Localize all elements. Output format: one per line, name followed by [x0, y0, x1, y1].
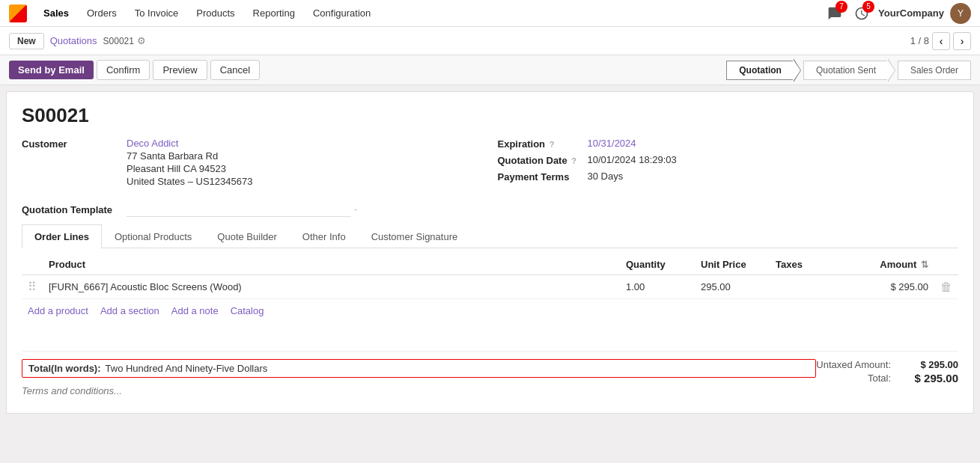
- expiration-field-row: Expiration ? 10/31/2024: [498, 138, 959, 150]
- new-button[interactable]: New: [9, 33, 44, 49]
- user-avatar[interactable]: Y: [950, 3, 971, 24]
- tab-quote-builder[interactable]: Quote Builder: [204, 224, 290, 248]
- table-row: ⠿ [FURN_6667] Acoustic Bloc Screens (Woo…: [22, 275, 958, 299]
- amount-sort-icon[interactable]: ⇅: [921, 260, 928, 270]
- row-taxes[interactable]: [770, 275, 830, 299]
- customer-label: Customer: [22, 138, 127, 150]
- col-amount: Amount ⇅: [859, 254, 934, 275]
- row-quantity[interactable]: 1.00: [620, 275, 695, 299]
- tab-other-info[interactable]: Other Info: [290, 224, 359, 248]
- nav-right: 7 5 YourCompany Y: [824, 3, 971, 24]
- expiration-value[interactable]: 10/31/2024: [588, 138, 636, 149]
- main-wrapper: S00021 Customer Deco Addict 77 Santa Bar…: [0, 85, 980, 462]
- content-card: S00021 Customer Deco Addict 77 Santa Bar…: [6, 91, 974, 414]
- template-input[interactable]: [127, 202, 351, 217]
- total-row: Total: $ 295.00: [816, 372, 958, 384]
- nav-orders[interactable]: Orders: [79, 4, 124, 22]
- col-taxes: Taxes: [770, 254, 830, 275]
- terms-input[interactable]: [22, 384, 816, 398]
- template-dropdown-icon[interactable]: -: [354, 204, 357, 215]
- payment-terms-label: Payment Terms: [498, 171, 588, 183]
- messages-button[interactable]: 7: [824, 3, 845, 24]
- drag-icon: ⠿: [28, 280, 37, 293]
- activities-badge: 5: [862, 1, 874, 13]
- status-sales-order[interactable]: Sales Order: [898, 61, 971, 80]
- customer-address: Deco Addict 77 Santa Barbara Rd Pleasant…: [127, 138, 252, 187]
- expiration-help-icon[interactable]: ?: [550, 140, 555, 149]
- expiration-label: Expiration ?: [498, 138, 588, 150]
- col-delete: [934, 254, 958, 275]
- nav-reporting[interactable]: Reporting: [246, 4, 302, 22]
- template-label: Quotation Template: [22, 203, 127, 215]
- row-product[interactable]: [FURN_6667] Acoustic Bloc Screens (Wood): [43, 275, 620, 299]
- company-name: YourCompany: [878, 7, 944, 19]
- total-label: Total:: [868, 372, 891, 384]
- breadcrumb-current: S00021 ⚙: [103, 35, 146, 46]
- breadcrumb-parent[interactable]: Quotations: [50, 35, 97, 46]
- quotation-date-value: 10/01/2024 18:29:03: [588, 154, 677, 165]
- row-drag-handle[interactable]: ⠿: [22, 275, 43, 299]
- tab-customer-signature[interactable]: Customer Signature: [359, 224, 471, 248]
- preview-button[interactable]: Preview: [153, 60, 207, 80]
- send-by-email-button[interactable]: Send by Email: [9, 61, 94, 79]
- status-pipeline: Quotation Quotation Sent Sales Order: [726, 61, 971, 80]
- confirm-button[interactable]: Confirm: [97, 60, 150, 80]
- status-quotation[interactable]: Quotation: [726, 61, 794, 80]
- totals-right: Untaxed Amount: $ 295.00 Total: $ 295.00: [816, 359, 958, 384]
- quotation-date-help-icon[interactable]: ?: [571, 156, 576, 165]
- spacer: [22, 322, 958, 345]
- app-logo: [9, 4, 27, 22]
- main-content: S00021 Customer Deco Addict 77 Santa Bar…: [0, 85, 980, 462]
- action-bar: Send by Email Confirm Preview Cancel Quo…: [0, 55, 980, 85]
- payment-terms-field-row: Payment Terms 30 Days: [498, 171, 959, 183]
- nav-to-invoice[interactable]: To Invoice: [127, 4, 186, 22]
- col-unit-price: Unit Price: [695, 254, 770, 275]
- col-spacer: [830, 254, 859, 275]
- form-fields: Customer Deco Addict 77 Santa Barbara Rd…: [22, 138, 958, 191]
- status-quotation-sent[interactable]: Quotation Sent: [803, 61, 889, 80]
- total-words-value: Two Hundred And Ninety-Five Dollars: [106, 363, 268, 374]
- nav-products[interactable]: Products: [189, 4, 242, 22]
- total-words-label: Total(In words):: [28, 363, 101, 374]
- form-left: Customer Deco Addict 77 Santa Barbara Rd…: [22, 138, 483, 191]
- pagination-count: 1 / 8: [910, 35, 929, 46]
- total-words-container: Total(In words): Two Hundred And Ninety-…: [22, 359, 816, 378]
- delete-icon[interactable]: 🗑: [940, 280, 952, 293]
- row-amount: $ 295.00: [859, 275, 934, 299]
- untaxed-label: Untaxed Amount:: [816, 359, 891, 370]
- quotation-date-field-row: Quotation Date ? 10/01/2024 18:29:03: [498, 154, 959, 166]
- nav-sales[interactable]: Sales: [36, 4, 76, 22]
- tab-order-lines[interactable]: Order Lines: [22, 224, 102, 248]
- add-product-link[interactable]: Add a product: [28, 305, 88, 316]
- total-value: $ 295.00: [906, 372, 958, 384]
- catalog-link[interactable]: Catalog: [231, 305, 264, 316]
- customer-name[interactable]: Deco Addict: [127, 138, 252, 149]
- add-section-link[interactable]: Add a section: [100, 305, 159, 316]
- pagination-prev-button[interactable]: ‹: [932, 32, 950, 50]
- activities-button[interactable]: 5: [851, 3, 872, 24]
- customer-address2: Pleasant Hill CA 94523: [127, 163, 252, 174]
- customer-address3: United States – US12345673: [127, 176, 252, 187]
- quotation-date-label: Quotation Date ?: [498, 154, 588, 166]
- row-spacer: [830, 275, 859, 299]
- add-links: Add a product Add a section Add a note C…: [22, 299, 958, 322]
- row-delete[interactable]: 🗑: [934, 275, 958, 299]
- settings-gear-icon[interactable]: ⚙: [137, 35, 146, 46]
- payment-terms-value: 30 Days: [588, 171, 624, 182]
- order-table: Product Quantity Unit Price Taxes Amount…: [22, 254, 958, 299]
- customer-field-row: Customer Deco Addict 77 Santa Barbara Rd…: [22, 138, 483, 187]
- tab-optional-products[interactable]: Optional Products: [102, 224, 204, 248]
- add-note-link[interactable]: Add a note: [171, 305, 219, 316]
- form-title: S00021: [22, 104, 958, 127]
- row-unit-price[interactable]: 295.00: [695, 275, 770, 299]
- footer-section: Total(In words): Two Hundred And Ninety-…: [22, 351, 958, 401]
- customer-address1: 77 Santa Barbara Rd: [127, 150, 252, 162]
- untaxed-row: Untaxed Amount: $ 295.00: [816, 359, 958, 370]
- nav-configuration[interactable]: Configuration: [305, 4, 378, 22]
- pagination-next-button[interactable]: ›: [953, 32, 971, 50]
- template-row: Quotation Template -: [22, 202, 958, 217]
- pagination: 1 / 8 ‹ ›: [910, 32, 971, 50]
- tabs: Order Lines Optional Products Quote Buil…: [22, 224, 958, 248]
- cancel-button[interactable]: Cancel: [210, 60, 260, 80]
- col-quantity: Quantity: [620, 254, 695, 275]
